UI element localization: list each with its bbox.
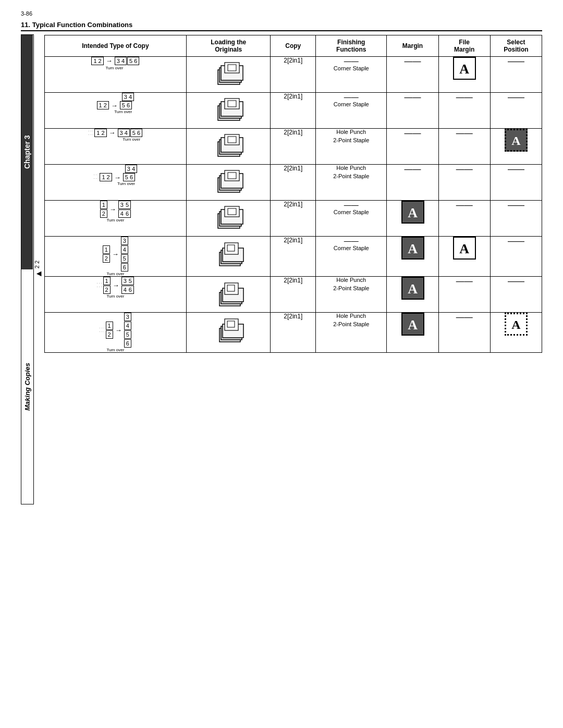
table-row: 1 2 → 3 4 5 6 Turn over bbox=[44, 56, 542, 92]
margin-4: —— bbox=[387, 164, 438, 200]
svg-rect-3 bbox=[225, 63, 239, 73]
header-margin: Margin bbox=[387, 35, 438, 56]
file-margin-4: —— bbox=[438, 164, 490, 200]
making-copies-label: Making Copies bbox=[21, 269, 33, 504]
header-file-margin: FileMargin bbox=[438, 35, 490, 56]
margin-3: —— bbox=[387, 128, 438, 164]
select-position-3: A bbox=[490, 128, 542, 164]
header-finishing: FinishingFunctions bbox=[316, 35, 387, 56]
margin-6: A bbox=[387, 236, 438, 276]
select-position-8: A bbox=[490, 312, 542, 352]
copy-mode-4: 2[2in1] bbox=[271, 164, 316, 200]
icon-a-dotted-dark-3: A bbox=[505, 129, 528, 152]
finishing-3: Hole Punch 2-Point Staple bbox=[316, 128, 387, 164]
icon-a-solid-1: A bbox=[453, 57, 476, 80]
file-margin-5: —— bbox=[438, 200, 490, 236]
header-copy: Copy bbox=[271, 35, 316, 56]
table-row: · · ·· · · 1 2 → 3 4 5 6 Turn over bbox=[44, 128, 542, 164]
svg-rect-8 bbox=[225, 98, 239, 109]
copy-mode-7: 2[2in1] bbox=[271, 276, 316, 312]
copy-mode-1: 2[2in1] bbox=[271, 56, 316, 92]
finishing-6: —— Corner Staple bbox=[316, 236, 387, 276]
svg-rect-18 bbox=[225, 170, 239, 181]
margin-7: A bbox=[387, 276, 438, 312]
icon-a-solid-6: A bbox=[453, 237, 476, 260]
loading-icon-8 bbox=[187, 312, 271, 352]
margin-5: A bbox=[387, 200, 438, 236]
margin-1: —— bbox=[387, 56, 438, 92]
icon-a-dark-8: A bbox=[401, 313, 424, 336]
intended-diagram-8: · · ·· · · 1 2 → 3 4 bbox=[44, 312, 187, 352]
loading-icon-1 bbox=[187, 56, 271, 92]
copy-mode-2: 2[2in1] bbox=[271, 92, 316, 128]
file-margin-7: —— bbox=[438, 276, 490, 312]
svg-rect-33 bbox=[225, 283, 238, 294]
svg-rect-28 bbox=[225, 243, 238, 254]
intended-diagram-3: · · ·· · · 1 2 → 3 4 5 6 Turn over bbox=[44, 128, 187, 164]
loading-icon-2 bbox=[187, 92, 271, 128]
loading-icon-5 bbox=[187, 200, 271, 236]
table-row: · · ·· · · 1 2 → 35 46 bbox=[44, 276, 542, 312]
header-loading: Loading theOriginals bbox=[187, 35, 271, 56]
intended-diagram-2: 1 2 → 3 4 5 6 bbox=[44, 92, 187, 128]
intended-diagram-5: 1 2 → 35 46 Tu bbox=[44, 200, 187, 236]
finishing-4: Hole Punch 2-Point Staple bbox=[316, 164, 387, 200]
page-number: 3-86 bbox=[21, 10, 542, 17]
finishing-1: —— Corner Staple bbox=[316, 56, 387, 92]
copy-mode-8: 2[2in1] bbox=[271, 312, 316, 352]
file-margin-3: —— bbox=[438, 128, 490, 164]
select-position-5: —— bbox=[490, 200, 542, 236]
intended-diagram-1: 1 2 → 3 4 5 6 Turn over bbox=[44, 56, 187, 92]
finishing-2: —— Corner Staple bbox=[316, 92, 387, 128]
loading-icon-6 bbox=[187, 236, 271, 276]
loading-icon-7 bbox=[187, 276, 271, 312]
file-margin-6: A bbox=[438, 236, 490, 276]
file-margin-1: A bbox=[438, 56, 490, 92]
table-row: 1 2 → 3 4 5 6 bbox=[44, 92, 542, 128]
margin-8: A bbox=[387, 312, 438, 352]
svg-rect-13 bbox=[225, 134, 239, 145]
row-marker: 2 2 ◄ bbox=[34, 261, 44, 278]
copy-mode-6: 2[2in1] bbox=[271, 236, 316, 276]
header-intended: Intended Type of Copy bbox=[44, 35, 187, 56]
intended-diagram-6: 1 2 → 3 4 5 6 bbox=[44, 236, 187, 276]
table-row: 1 2 → 35 46 Tu bbox=[44, 200, 542, 236]
loading-icon-3 bbox=[187, 128, 271, 164]
icon-a-dotted-8: A bbox=[505, 313, 528, 336]
intended-diagram-4: · · ·· · · 1 2 → 3 4 5 bbox=[44, 164, 187, 200]
intended-diagram-7: · · ·· · · 1 2 → 35 46 bbox=[44, 276, 187, 312]
copy-mode-3: 2[2in1] bbox=[271, 128, 316, 164]
finishing-8: Hole Punch 2-Point Staple bbox=[316, 312, 387, 352]
chapter-label: Chapter 3 bbox=[21, 35, 33, 269]
copy-mode-5: 2[2in1] bbox=[271, 200, 316, 236]
loading-icon-4 bbox=[187, 164, 271, 200]
header-select-position: SelectPosition bbox=[490, 35, 542, 56]
table-row: · · ·· · · 1 2 → 3 4 bbox=[44, 312, 542, 352]
select-position-1: —— bbox=[490, 56, 542, 92]
svg-rect-38 bbox=[225, 319, 238, 330]
icon-a-dark-6: A bbox=[401, 237, 424, 260]
select-position-2: —— bbox=[490, 92, 542, 128]
margin-2: —— bbox=[387, 92, 438, 128]
main-table: Intended Type of Copy Loading theOrigina… bbox=[44, 35, 543, 353]
section-title: 11. Typical Function Combinations bbox=[21, 21, 542, 31]
select-position-6: —— bbox=[490, 236, 542, 276]
table-row: 1 2 → 3 4 5 6 bbox=[44, 236, 542, 276]
finishing-7: Hole Punch 2-Point Staple bbox=[316, 276, 387, 312]
table-row: · · ·· · · 1 2 → 3 4 5 bbox=[44, 164, 542, 200]
select-position-4: —— bbox=[490, 164, 542, 200]
file-margin-2: —— bbox=[438, 92, 490, 128]
svg-rect-23 bbox=[225, 206, 239, 217]
icon-a-dark-5: A bbox=[401, 201, 424, 224]
file-margin-8: —— bbox=[438, 312, 490, 352]
finishing-5: —— Corner Staple bbox=[316, 200, 387, 236]
icon-a-dark-7: A bbox=[401, 277, 424, 300]
select-position-7: —— bbox=[490, 276, 542, 312]
